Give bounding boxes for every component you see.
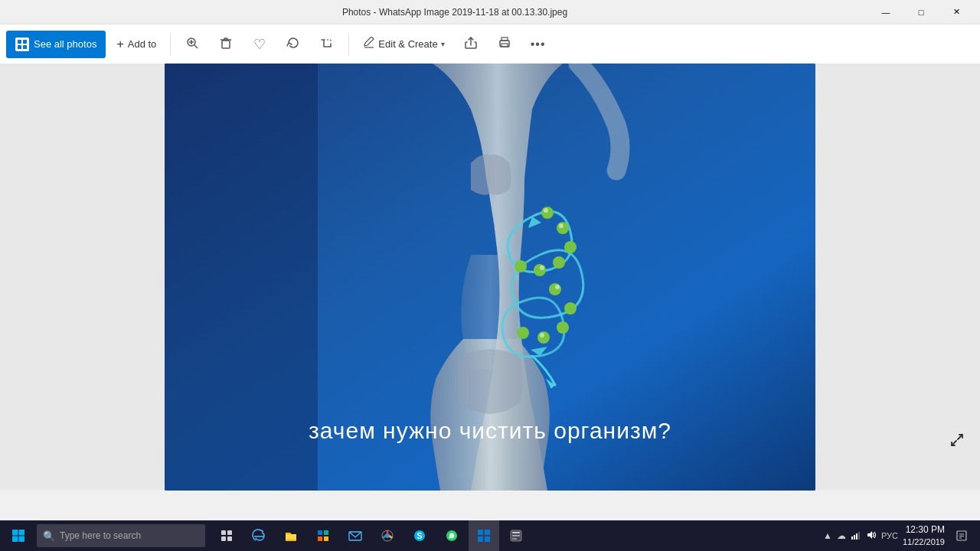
more-icon: ••• bbox=[531, 37, 546, 51]
toolbar: See all photos + Add to ♡ bbox=[0, 24, 980, 64]
app-icon bbox=[509, 529, 523, 543]
svg-rect-65 bbox=[478, 530, 483, 535]
svg-rect-73 bbox=[851, 536, 853, 540]
search-input[interactable] bbox=[60, 530, 190, 541]
svg-rect-3 bbox=[23, 45, 27, 49]
main-content: зачем нужно чистить организм? bbox=[0, 64, 980, 490]
whatsapp-button[interactable] bbox=[436, 520, 467, 551]
svg-line-60 bbox=[390, 536, 393, 538]
start-button[interactable] bbox=[0, 520, 37, 551]
title-bar: Photos - WhatsApp Image 2019-11-18 at 00… bbox=[0, 0, 980, 24]
title-bar-text: Photos - WhatsApp Image 2019-11-18 at 00… bbox=[41, 7, 868, 18]
svg-rect-66 bbox=[485, 530, 490, 535]
svg-line-61 bbox=[383, 536, 386, 538]
svg-rect-19 bbox=[501, 44, 508, 47]
fullscreen-icon bbox=[949, 432, 965, 448]
heart-button[interactable]: ♡ bbox=[244, 31, 275, 58]
print-icon bbox=[498, 36, 511, 53]
svg-rect-18 bbox=[501, 37, 508, 41]
minimize-button[interactable]: — bbox=[868, 0, 903, 24]
share-button[interactable] bbox=[456, 31, 486, 58]
delete-button[interactable] bbox=[211, 31, 241, 58]
app-button[interactable] bbox=[501, 520, 531, 551]
system-clock[interactable]: 12:30 PM 11/22/2019 bbox=[903, 523, 945, 548]
svg-text:зачем нужно чистить организм?: зачем нужно чистить организм? bbox=[309, 418, 671, 443]
svg-point-36 bbox=[544, 208, 548, 213]
svg-rect-44 bbox=[12, 530, 18, 536]
svg-rect-67 bbox=[478, 536, 483, 542]
svg-rect-45 bbox=[19, 530, 25, 536]
svg-rect-46 bbox=[12, 536, 18, 543]
svg-rect-51 bbox=[227, 536, 232, 541]
svg-rect-70 bbox=[512, 532, 520, 533]
svg-rect-21 bbox=[165, 64, 318, 491]
svg-point-26 bbox=[557, 222, 569, 234]
fullscreen-button[interactable] bbox=[949, 432, 965, 452]
photos-taskbar-button[interactable] bbox=[469, 520, 499, 551]
file-explorer-button[interactable] bbox=[276, 520, 306, 551]
svg-point-58 bbox=[385, 533, 390, 538]
onedrive-icon: ☁ bbox=[837, 530, 846, 541]
svg-point-25 bbox=[541, 207, 554, 219]
svg-rect-72 bbox=[512, 538, 517, 540]
svg-rect-8 bbox=[222, 41, 230, 48]
svg-point-31 bbox=[549, 283, 561, 295]
svg-point-40 bbox=[540, 333, 544, 337]
search-bar[interactable]: 🔍 bbox=[37, 524, 205, 547]
taskbar-quick-launch: S bbox=[211, 520, 531, 551]
skype-icon: S bbox=[413, 529, 426, 543]
svg-line-42 bbox=[958, 435, 962, 439]
folder-icon bbox=[284, 529, 298, 543]
notification-center-button[interactable] bbox=[949, 520, 974, 551]
close-button[interactable]: ✕ bbox=[939, 0, 974, 24]
task-view-button[interactable] bbox=[211, 520, 242, 551]
volume-icon[interactable] bbox=[866, 530, 877, 543]
edge-browser-button[interactable] bbox=[243, 520, 274, 551]
mail-icon bbox=[348, 529, 362, 543]
skype-button[interactable]: S bbox=[404, 520, 435, 551]
expand-tray-button[interactable]: ▲ bbox=[823, 530, 832, 541]
svg-point-35 bbox=[517, 327, 529, 339]
edit-create-button[interactable]: Edit & Create ▾ bbox=[355, 31, 452, 58]
crop-icon bbox=[320, 36, 334, 53]
svg-point-29 bbox=[534, 264, 546, 276]
svg-rect-48 bbox=[221, 530, 226, 535]
svg-line-5 bbox=[194, 45, 198, 48]
svg-rect-71 bbox=[512, 535, 520, 536]
svg-rect-50 bbox=[221, 536, 226, 541]
see-all-photos-label: See all photos bbox=[34, 38, 96, 50]
svg-rect-53 bbox=[324, 530, 328, 535]
network-icon bbox=[851, 530, 861, 543]
zoom-icon bbox=[185, 36, 199, 53]
share-icon bbox=[464, 36, 478, 53]
svg-rect-75 bbox=[856, 533, 858, 540]
photos-taskbar-icon bbox=[477, 529, 491, 543]
mail-button[interactable] bbox=[340, 520, 371, 551]
svg-rect-47 bbox=[19, 536, 25, 543]
print-button[interactable] bbox=[489, 31, 520, 58]
svg-rect-49 bbox=[227, 530, 232, 535]
svg-point-38 bbox=[540, 266, 544, 270]
svg-text:S: S bbox=[416, 531, 422, 540]
svg-point-39 bbox=[555, 285, 560, 289]
maximize-button[interactable]: □ bbox=[903, 0, 939, 24]
task-view-icon bbox=[220, 530, 233, 542]
add-to-button[interactable]: + Add to bbox=[109, 31, 164, 58]
see-all-photos-button[interactable]: See all photos bbox=[6, 31, 106, 58]
svg-rect-76 bbox=[858, 532, 860, 540]
language-indicator[interactable]: РУС bbox=[881, 531, 898, 540]
crop-button[interactable] bbox=[312, 31, 342, 58]
svg-point-37 bbox=[559, 223, 564, 228]
svg-rect-74 bbox=[854, 535, 855, 540]
more-button[interactable]: ••• bbox=[523, 31, 554, 58]
photos-icon bbox=[15, 37, 29, 51]
svg-point-33 bbox=[557, 321, 569, 334]
rotate-button[interactable] bbox=[278, 31, 309, 58]
svg-rect-0 bbox=[18, 40, 21, 44]
title-bar-controls: — □ ✕ bbox=[868, 0, 974, 24]
svg-rect-54 bbox=[318, 536, 322, 541]
svg-point-27 bbox=[564, 241, 577, 253]
zoom-button[interactable] bbox=[177, 31, 207, 58]
store-button[interactable] bbox=[308, 520, 338, 551]
chrome-button[interactable] bbox=[372, 520, 403, 551]
